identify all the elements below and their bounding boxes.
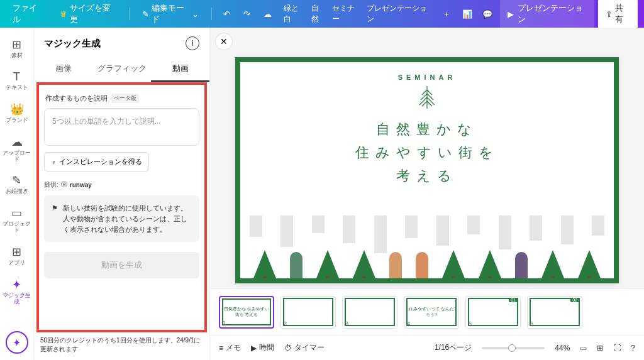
present-button[interactable]: ▶プレゼンテーション <box>500 0 594 29</box>
thumbnail-4[interactable]: 住みやすいって なんだろう?4 <box>404 296 459 329</box>
provider-label: 提供:Ⓡrunway <box>44 180 199 189</box>
timer-button[interactable]: ⏱タイマー <box>284 342 325 353</box>
clock-icon: ▶ <box>251 344 257 352</box>
play-icon: ▶ <box>508 9 514 19</box>
side-rail: ⊞素材 Tテキスト 👑ブランド ☁アップロード ✎お絵描き ▭プロジェクト ⊞ア… <box>0 28 34 360</box>
rail-projects[interactable]: ▭プロジェクト <box>2 202 32 237</box>
tree-illustration <box>413 84 441 114</box>
share-icon: ⇧ <box>606 9 613 19</box>
rail-brand[interactable]: 👑ブランド <box>2 99 32 128</box>
view-grid-icon[interactable]: ⊞ <box>597 344 603 352</box>
credit-info: 50回分のクレジットのうち1回分を使用します。24/9/1に更新されます <box>34 332 209 360</box>
edit-mode-button[interactable]: ✎編集モード⌄ <box>136 0 205 29</box>
flag-icon: ⚑ <box>52 203 58 234</box>
file-menu[interactable]: ファイル <box>6 0 50 29</box>
page-indicator[interactable]: 1/16ページ <box>435 342 472 353</box>
add-button[interactable]: + <box>438 5 455 23</box>
redo-button[interactable]: ↷ <box>239 5 256 23</box>
resize-button[interactable]: ♛サイズを変更 <box>53 0 122 29</box>
seminar-label: SEMINAR <box>398 74 457 81</box>
inspiration-button[interactable]: ♀インスピレーションを得る <box>44 152 149 172</box>
pencil-icon: ✎ <box>142 9 149 19</box>
runway-logo-icon: Ⓡ <box>61 180 67 189</box>
slide-title: 自然豊かな 住みやすい街を 考える <box>355 117 499 188</box>
chart-icon[interactable]: 📊 <box>458 5 475 23</box>
cloud-sync-icon[interactable]: ☁ <box>259 5 276 23</box>
chevron-down-icon: ⌄ <box>192 9 199 19</box>
rail-text[interactable]: Tテキスト <box>2 67 32 95</box>
duration-button[interactable]: ▶時間 <box>251 342 274 353</box>
comment-icon[interactable]: 💬 <box>479 5 496 23</box>
thumbnail-5[interactable]: 015 <box>465 296 521 329</box>
tab-video[interactable]: 動画 <box>151 57 209 82</box>
describe-label: 作成するものを説明ベータ版 <box>45 94 198 103</box>
zoom-slider[interactable] <box>482 347 545 349</box>
bottom-toolbar: ≡メモ ▶時間 ⏱タイマー 1/16ページ 44% ▭ ⊞ ⛶ ? <box>210 335 644 360</box>
share-button[interactable]: ⇧共有 <box>598 0 638 29</box>
generate-button[interactable]: 動画を生成 <box>44 252 199 278</box>
skyline-illustration <box>240 209 614 278</box>
timer-icon: ⏱ <box>284 344 292 352</box>
crown-icon: ♛ <box>60 9 67 19</box>
zoom-value[interactable]: 44% <box>555 344 570 352</box>
thumbnail-6[interactable]: 026 <box>527 296 582 329</box>
panel-tabs: 画像 グラフィック 動画 <box>34 57 209 82</box>
bulb-icon: ♀ <box>51 158 56 166</box>
slide-thumbnails: 自然豊かな 住みやすい街を 考える1 2 3 住みやすいって なんだろう?4 0… <box>210 288 644 335</box>
rail-draw[interactable]: ✎お絵描き <box>2 170 32 199</box>
fullscreen-icon[interactable]: ⛶ <box>613 344 621 352</box>
close-panel-button[interactable]: ✕ <box>215 33 233 50</box>
rail-upload[interactable]: ☁アップロード <box>2 131 32 166</box>
thumbnail-1[interactable]: 自然豊かな 住みやすい街を 考える1 <box>219 296 274 329</box>
panel-title: マジック生成 <box>44 38 101 50</box>
tab-graphic[interactable]: グラフィック <box>92 57 151 82</box>
rail-elements[interactable]: ⊞素材 <box>2 34 32 63</box>
slide-canvas[interactable]: SEMINAR 自然豊かな 住みやすい街を 考える <box>235 57 619 283</box>
help-icon[interactable]: ? <box>631 344 635 352</box>
rail-apps[interactable]: ⊞アプリ <box>2 241 32 270</box>
canvas-area: ✕ SEMINAR 自然豊かな 住みやすい街を 考える <box>210 28 644 360</box>
prompt-input[interactable]: 5つ以上の単語を入力して説明... <box>44 108 199 146</box>
top-toolbar: ファイル ♛サイズを変更 ✎編集モード⌄ ↶ ↷ ☁ 緑と白 自然 セミナー プ… <box>0 0 644 28</box>
rail-magic[interactable]: ✦マジック生成 <box>2 274 32 309</box>
notes-icon: ≡ <box>219 344 223 352</box>
highlighted-area: 作成するものを説明ベータ版 5つ以上の単語を入力して説明... ♀インスピレーシ… <box>36 82 207 332</box>
magic-fab[interactable]: ✦ <box>6 331 28 354</box>
view-single-icon[interactable]: ▭ <box>580 344 587 352</box>
sparkle-icon: ✦ <box>12 278 21 292</box>
info-button[interactable]: i <box>186 36 199 50</box>
undo-button[interactable]: ↶ <box>218 5 235 23</box>
tab-image[interactable]: 画像 <box>34 57 92 82</box>
magic-panel: マジック生成 i 画像 グラフィック 動画 作成するものを説明ベータ版 5つ以上… <box>34 28 210 360</box>
notice-box: ⚑新しい技術を試験的に使用しています。人や動物が含まれているシーンは、正しく表示… <box>44 195 199 242</box>
document-title[interactable]: 緑と白 自然 セミナー プレゼンテーション <box>284 3 431 25</box>
notes-button[interactable]: ≡メモ <box>219 342 241 353</box>
thumbnail-3[interactable]: 3 <box>342 296 397 329</box>
thumbnail-2[interactable]: 2 <box>280 296 336 329</box>
